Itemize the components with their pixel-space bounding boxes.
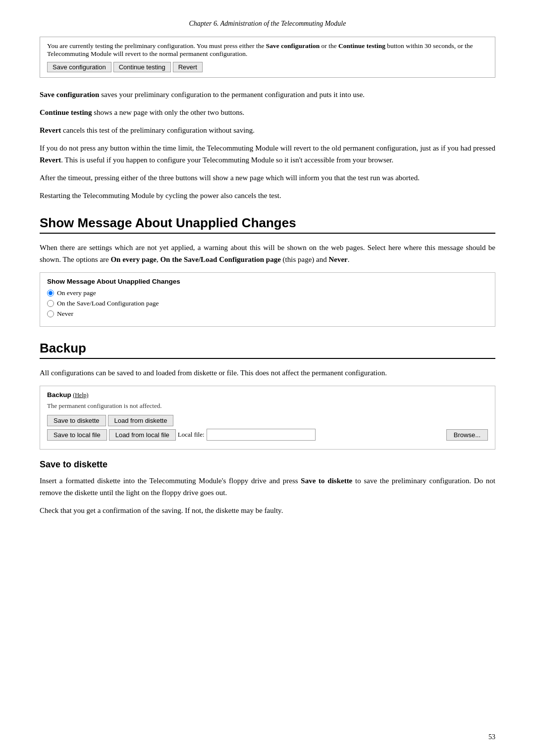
local-file-input[interactable] — [207, 429, 316, 441]
diskette-button-row: Save to diskette Load from diskette — [47, 415, 488, 426]
backup-perm-note: The permanent configuration is not affec… — [47, 402, 488, 410]
notice-button-row: Save configuration Continue testing Reve… — [47, 62, 488, 72]
save-to-diskette-para1: Insert a formatted diskette into the Tel… — [40, 475, 495, 499]
save-to-diskette-title: Save to diskette — [40, 459, 495, 470]
radio-never-input[interactable] — [47, 310, 54, 317]
continue-testing-paragraph: Continue testing shows a new page with o… — [40, 106, 495, 118]
show-message-section-title: Show Message About Unapplied Changes — [40, 215, 495, 234]
show-message-widget-title: Show Message About Unapplied Changes — [47, 278, 488, 285]
radio-never[interactable]: Never — [47, 310, 488, 318]
restarting-paragraph: Restarting the Telecommuting Module by c… — [40, 190, 495, 202]
browse-button[interactable]: Browse... — [446, 429, 488, 441]
notice-box: You are currently testing the preliminar… — [40, 37, 495, 78]
save-config-paragraph: Save configuration saves your preliminar… — [40, 89, 495, 101]
after-timeout-paragraph: After the timeout, pressing either of th… — [40, 172, 495, 184]
load-from-diskette-button[interactable]: Load from diskette — [108, 415, 174, 426]
radio-on-every-page-input[interactable] — [47, 290, 54, 297]
radio-on-every-page-label: On every page — [57, 289, 96, 297]
save-to-diskette-para2: Check that you get a confirmation of the… — [40, 504, 495, 516]
save-configuration-button[interactable]: Save configuration — [47, 62, 111, 72]
local-file-label: Local file: — [178, 431, 205, 439]
notice-text: You are currently testing the preliminar… — [47, 42, 473, 57]
page-number: 53 — [488, 733, 495, 741]
timeout-paragraph: If you do not press any button within th… — [40, 142, 495, 166]
load-from-local-file-button[interactable]: Load from local file — [109, 429, 176, 441]
backup-widget: Backup (Help) The permanent configuratio… — [40, 386, 495, 450]
revert-button[interactable]: Revert — [173, 62, 203, 72]
revert-paragraph: Revert cancels this test of the prelimin… — [40, 124, 495, 136]
radio-save-load-page-input[interactable] — [47, 300, 54, 307]
backup-section-title: Backup — [40, 341, 495, 359]
show-message-intro: When there are settings which are not ye… — [40, 242, 495, 265]
backup-help-link[interactable]: (Help) — [73, 392, 88, 399]
show-message-widget: Show Message About Unapplied Changes On … — [40, 272, 495, 327]
continue-testing-button[interactable]: Continue testing — [113, 62, 171, 72]
radio-save-load-page-label: On the Save/Load Configuration page — [57, 300, 159, 307]
save-to-local-file-button[interactable]: Save to local file — [47, 429, 107, 441]
chapter-header: Chapter 6. Administration of the Telecom… — [40, 20, 495, 28]
radio-never-label: Never — [57, 310, 73, 318]
local-file-button-row: Save to local file Load from local file … — [47, 429, 488, 441]
backup-widget-title: Backup — [47, 391, 71, 399]
save-to-diskette-button[interactable]: Save to diskette — [47, 415, 106, 426]
radio-save-load-page[interactable]: On the Save/Load Configuration page — [47, 300, 488, 307]
backup-intro: All configurations can be saved to and l… — [40, 367, 495, 379]
backup-widget-title-row: Backup (Help) — [47, 391, 488, 399]
radio-on-every-page[interactable]: On every page — [47, 289, 488, 297]
